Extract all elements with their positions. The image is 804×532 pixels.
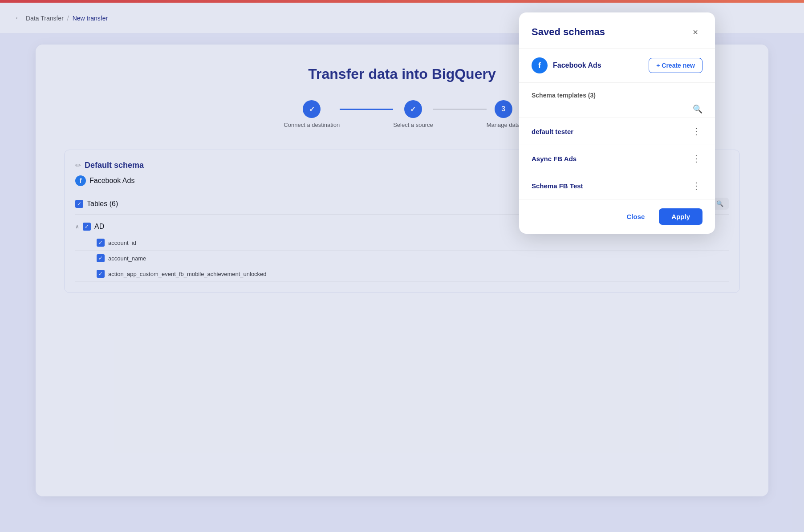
template-menu-schema-fb-test[interactable]: ⋮ <box>690 180 702 191</box>
modal-search-icon[interactable]: 🔍 <box>693 104 702 114</box>
saved-schemas-modal: Saved schemas × f Facebook Ads + Create … <box>519 12 715 234</box>
template-name-schema-fb-test[interactable]: Schema FB Test <box>532 182 583 190</box>
template-menu-async-fb-ads[interactable]: ⋮ <box>690 153 702 164</box>
modal-close-button[interactable]: × <box>688 25 702 39</box>
modal-close-btn[interactable]: Close <box>617 208 654 225</box>
create-new-button[interactable]: + Create new <box>649 58 702 73</box>
template-row-default-tester: default tester ⋮ <box>519 118 715 145</box>
modal-footer: Close Apply <box>519 199 715 234</box>
template-menu-default-tester[interactable]: ⋮ <box>690 126 702 137</box>
facebook-icon-large: f <box>532 57 548 73</box>
templates-header: Schema templates (3) <box>519 83 715 102</box>
modal-title: Saved schemas <box>532 26 605 38</box>
template-row-async-fb-ads: Async FB Ads ⋮ <box>519 145 715 172</box>
template-row-schema-fb-test: Schema FB Test ⋮ <box>519 172 715 199</box>
modal-header: Saved schemas × <box>519 12 715 49</box>
modal-search-row: 🔍 <box>519 102 715 118</box>
modal-source-name: Facebook Ads <box>553 61 601 69</box>
modal-source-row: f Facebook Ads + Create new <box>519 49 715 83</box>
modal-apply-btn[interactable]: Apply <box>659 208 702 225</box>
template-name-async-fb-ads[interactable]: Async FB Ads <box>532 155 577 162</box>
template-name-default-tester[interactable]: default tester <box>532 128 573 135</box>
source-info: f Facebook Ads <box>532 57 601 73</box>
